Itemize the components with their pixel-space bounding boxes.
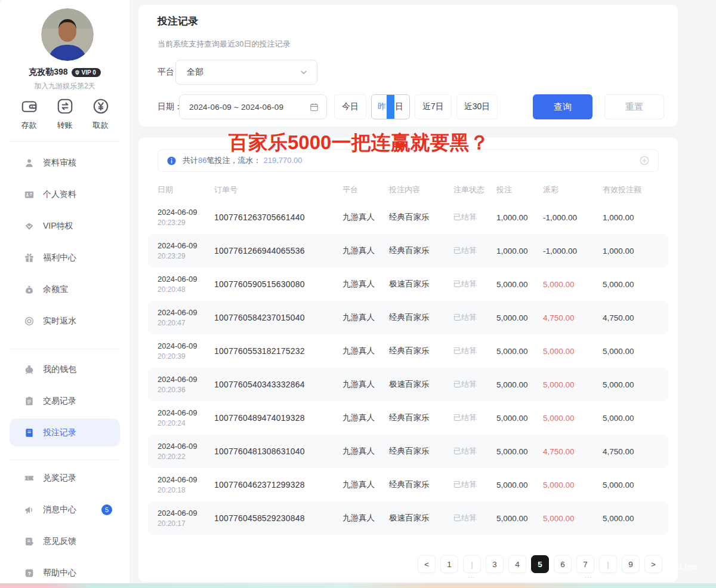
sidebar-item[interactable]: 兑奖记录 xyxy=(0,462,129,494)
reset-button[interactable]: 重置 xyxy=(604,94,664,119)
cell-order-number: 1007761263705661440 xyxy=(214,213,342,222)
rebate-icon xyxy=(24,316,35,327)
divider xyxy=(10,460,120,460)
cell-order-number: 1007761266944065536 xyxy=(214,246,342,255)
cell-date: 2024-06-0920:20:24 xyxy=(158,408,214,427)
range-button[interactable]: 近7日 xyxy=(415,94,452,119)
sidebar-item[interactable]: 意见反馈 xyxy=(0,525,129,557)
cell-valid-amount: 5,000.00 xyxy=(603,414,659,423)
quick-action-deposit-wallet[interactable]: 存款 xyxy=(20,97,38,131)
pagination-page-button[interactable]: 5 xyxy=(531,555,549,573)
table-row[interactable]: 2024-06-0920:20:391007760553182175232九游真… xyxy=(148,334,668,368)
summary-text: 共计86笔投注，流水：219,770.00 xyxy=(183,155,303,166)
bottom-gradient-strip xyxy=(0,583,716,588)
cell-date: 2024-06-0920:20:18 xyxy=(158,475,214,494)
table-row[interactable]: 2024-06-0920:20:241007760489474019328九游真… xyxy=(148,401,668,435)
cell-bet-amount: 5,000.00 xyxy=(496,280,543,289)
text-selection-bar xyxy=(387,95,394,119)
pagination-ellipsis-button[interactable]: | xyxy=(463,555,481,573)
sidebar-item[interactable]: 福利中心 xyxy=(0,242,129,273)
pagination-next-button[interactable]: > xyxy=(644,555,662,573)
pagination-page-button[interactable]: 9 xyxy=(622,555,640,573)
piggy-bank-icon xyxy=(24,364,35,375)
cell-payout: -1,000.00 xyxy=(543,247,603,255)
cell-date: 2024-06-0920:20:36 xyxy=(158,375,214,394)
cell-valid-amount: 4,750.00 xyxy=(603,313,659,322)
cell-status: 已结算 xyxy=(453,346,496,356)
pagination-ellipsis-button[interactable]: | xyxy=(599,555,617,573)
pagination-dots: ... xyxy=(468,572,475,579)
column-header: 投注 xyxy=(496,184,543,195)
sidebar-item-label: 实时返水 xyxy=(43,316,76,327)
cell-bet-content: 经典百家乐 xyxy=(389,479,453,490)
sidebar-item-label: 帮助中心 xyxy=(43,568,76,578)
table-row[interactable]: 2024-06-0920:20:471007760584237015040九游真… xyxy=(148,301,668,334)
cell-date: 2024-06-0920:20:48 xyxy=(158,275,214,294)
pagination-prev-button[interactable]: < xyxy=(418,555,436,573)
sidebar-item-label: 消息中心 xyxy=(43,504,76,515)
cell-valid-amount: 5,000.00 xyxy=(603,514,659,523)
vip-shield-icon xyxy=(74,69,81,76)
table-row[interactable]: 2024-06-0920:20:171007760458529230848九游真… xyxy=(148,501,668,535)
pagination-page-button[interactable]: 3 xyxy=(486,555,504,573)
calendar-icon xyxy=(309,102,319,112)
range-button-selected[interactable]: 昨日 xyxy=(371,94,410,119)
sidebar-item[interactable]: 交易记录 xyxy=(0,385,129,417)
table-row[interactable]: 2024-06-0920:20:361007760540343332864九游真… xyxy=(148,368,668,401)
watermark: equ.me xyxy=(666,561,698,571)
pagination-page-button[interactable]: 1 xyxy=(440,555,458,573)
sidebar-item[interactable]: 投注记录 xyxy=(0,417,129,448)
date-range-input[interactable]: 2024-06-09 ~ 2024-06-09 xyxy=(179,94,327,119)
sidebar-item[interactable]: 消息中心5 xyxy=(0,494,129,525)
sidebar-item[interactable]: 我的钱包 xyxy=(0,353,129,385)
table-row[interactable]: 2024-06-0920:23:291007761263705661440九游真… xyxy=(148,201,668,234)
quick-action-withdraw[interactable]: 取款 xyxy=(92,97,110,131)
sidebar-item[interactable]: 余额宝 xyxy=(0,273,129,305)
table-row[interactable]: 2024-06-0920:20:481007760590515630080九游真… xyxy=(148,267,668,301)
quick-actions: 存款转账取款 xyxy=(0,97,129,131)
sidebar-menu-group-3: 兑奖记录消息中心5意见反馈?帮助中心 xyxy=(0,462,129,588)
money-pouch-icon xyxy=(24,284,35,295)
range-button[interactable]: 今日 xyxy=(334,94,366,119)
notification-badge: 5 xyxy=(101,504,112,515)
cell-bet-content: 经典百家乐 xyxy=(389,346,453,356)
cell-bet-amount: 5,000.00 xyxy=(496,347,543,356)
sidebar-item-label: 交易记录 xyxy=(43,396,76,407)
quick-action-label: 存款 xyxy=(21,120,37,131)
pagination: <1|34567|9> xyxy=(418,555,662,573)
table-row[interactable]: 2024-06-0920:23:291007761266944065536九游真… xyxy=(148,234,668,267)
sidebar-item[interactable]: 个人资料 xyxy=(0,178,129,210)
plus-circle-icon[interactable] xyxy=(639,155,650,166)
quick-action-transfer[interactable]: 转账 xyxy=(56,97,74,131)
platform-select[interactable]: 全部 xyxy=(175,60,317,85)
user-audit-icon xyxy=(24,158,35,168)
cell-platform: 九游真人 xyxy=(342,513,389,524)
sidebar-item[interactable]: 实时返水 xyxy=(0,305,129,337)
cell-status: 已结算 xyxy=(453,379,496,390)
sidebar-item[interactable]: VIP特权 xyxy=(0,210,129,242)
sidebar-item-label: 兑奖记录 xyxy=(43,473,76,484)
pagination-page-button[interactable]: 4 xyxy=(508,555,526,573)
pagination-page-button[interactable]: 7 xyxy=(576,555,594,573)
cell-date: 2024-06-0920:20:47 xyxy=(158,308,214,327)
column-header: 平台 xyxy=(342,184,389,195)
cell-platform: 九游真人 xyxy=(342,446,389,457)
cell-platform: 九游真人 xyxy=(342,379,389,390)
cell-valid-amount: 5,000.00 xyxy=(603,280,659,289)
avatar[interactable] xyxy=(41,8,94,61)
cell-date: 2024-06-0920:20:39 xyxy=(158,341,214,361)
query-button[interactable]: 查询 xyxy=(533,94,592,119)
column-header: 有效投注额 xyxy=(603,184,659,195)
page-title: 投注记录 xyxy=(158,14,198,28)
megaphone-icon xyxy=(24,504,35,515)
cell-status: 已结算 xyxy=(453,412,496,423)
range-button[interactable]: 近30日 xyxy=(456,94,498,119)
table-row[interactable]: 2024-06-0920:20:221007760481308631040九游真… xyxy=(148,435,668,468)
table-row[interactable]: 2024-06-0920:20:181007760462371299328九游真… xyxy=(148,468,668,501)
column-header: 派彩 xyxy=(543,184,603,195)
username: 克孜勒398 xyxy=(29,67,67,78)
sidebar-item-label: 投注记录 xyxy=(43,427,76,438)
sidebar-item[interactable]: 资料审核 xyxy=(0,147,129,178)
records-card: 共计86笔投注，流水：219,770.00 日期订单号平台投注内容注单状态投注派… xyxy=(138,137,678,582)
pagination-page-button[interactable]: 6 xyxy=(554,555,572,573)
